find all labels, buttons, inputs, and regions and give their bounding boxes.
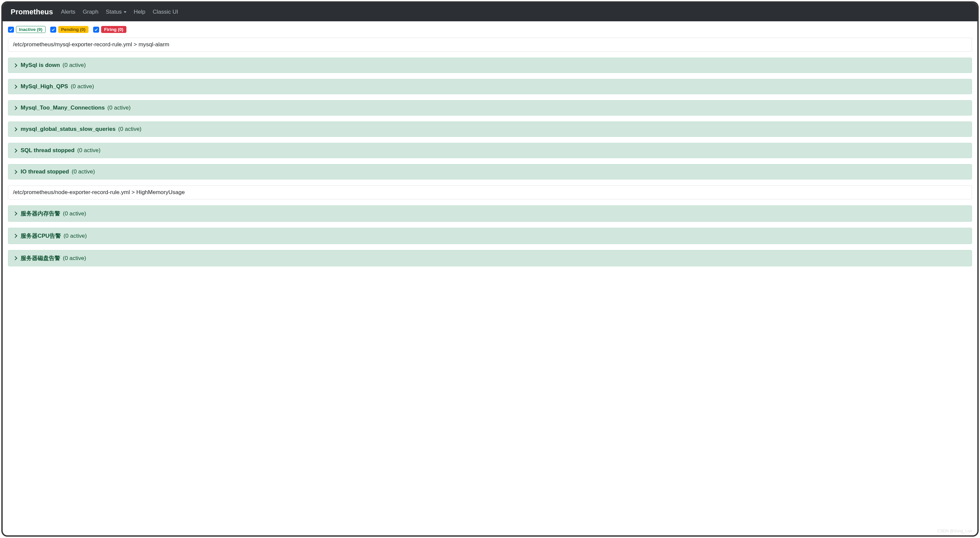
checkbox-pending[interactable] xyxy=(50,27,56,33)
rule-item[interactable]: MySql is down (0 active) xyxy=(8,57,972,73)
app-window: Prometheus Alerts Graph Status Help Clas… xyxy=(1,1,979,537)
rule-active-count: (0 active) xyxy=(118,126,142,133)
nav-classic-ui[interactable]: Classic UI xyxy=(153,9,178,15)
nav-status[interactable]: Status xyxy=(106,9,126,15)
rule-name: 服务器内存告警 xyxy=(21,210,60,217)
rule-group-header[interactable]: /etc/prometheus/mysql-exporter-record-ru… xyxy=(8,38,972,52)
rule-active-count: (0 active) xyxy=(62,62,86,69)
rule-item[interactable]: 服务器CPU告警 (0 active) xyxy=(8,228,972,244)
rule-group-header[interactable]: /etc/prometheus/node-exporter-record-rul… xyxy=(8,185,972,200)
rule-active-count: (0 active) xyxy=(64,233,87,239)
chevron-right-icon xyxy=(13,85,17,89)
check-icon xyxy=(94,28,98,32)
rule-active-count: (0 active) xyxy=(63,211,86,217)
rule-name: Mysql_Too_Many_Connections xyxy=(21,105,105,111)
rule-item[interactable]: MySql_High_QPS (0 active) xyxy=(8,79,972,94)
rule-item[interactable]: IO thread stopped (0 active) xyxy=(8,164,972,179)
rule-name: mysql_global_status_slow_queries xyxy=(21,126,115,133)
rule-name: 服务器磁盘告警 xyxy=(21,254,60,262)
check-icon xyxy=(51,28,55,32)
nav-status-label: Status xyxy=(106,9,122,15)
badge-inactive[interactable]: Inactive (9) xyxy=(16,26,46,33)
nav-alerts[interactable]: Alerts xyxy=(61,9,75,15)
filter-inactive: Inactive (9) xyxy=(8,26,46,33)
filter-pending: Pending (0) xyxy=(50,26,89,33)
rule-active-count: (0 active) xyxy=(72,168,95,175)
filter-firing: Firing (0) xyxy=(93,26,126,33)
rule-active-count: (0 active) xyxy=(71,83,94,90)
badge-pending[interactable]: Pending (0) xyxy=(58,26,89,33)
chevron-right-icon xyxy=(13,106,17,110)
rule-active-count: (0 active) xyxy=(63,255,86,262)
rule-name: 服务器CPU告警 xyxy=(21,232,61,240)
chevron-right-icon xyxy=(13,211,17,216)
rule-name: MySql_High_QPS xyxy=(21,83,68,90)
badge-firing[interactable]: Firing (0) xyxy=(101,26,126,33)
rule-item[interactable]: Mysql_Too_Many_Connections (0 active) xyxy=(8,100,972,115)
chevron-right-icon xyxy=(13,234,17,238)
rule-active-count: (0 active) xyxy=(77,147,100,154)
chevron-right-icon xyxy=(13,148,17,153)
brand[interactable]: Prometheus xyxy=(11,8,53,16)
content: Inactive (9) Pending (0) Firing (0) /etc… xyxy=(3,21,977,271)
chevron-right-icon xyxy=(13,127,17,131)
rule-active-count: (0 active) xyxy=(107,105,131,111)
nav-help[interactable]: Help xyxy=(134,9,145,15)
chevron-right-icon xyxy=(13,63,17,67)
rule-name: SQL thread stopped xyxy=(21,147,75,154)
filter-bar: Inactive (9) Pending (0) Firing (0) xyxy=(8,26,972,33)
checkbox-inactive[interactable] xyxy=(8,27,14,33)
rule-name: IO thread stopped xyxy=(21,168,69,175)
rule-item[interactable]: 服务器磁盘告警 (0 active) xyxy=(8,250,972,267)
chevron-right-icon xyxy=(13,256,17,260)
rule-name: MySql is down xyxy=(21,62,60,69)
rule-item[interactable]: mysql_global_status_slow_queries (0 acti… xyxy=(8,121,972,137)
nav-graph[interactable]: Graph xyxy=(83,9,99,15)
rule-item[interactable]: 服务器内存告警 (0 active) xyxy=(8,205,972,222)
chevron-right-icon xyxy=(13,170,17,174)
nav-links: Alerts Graph Status Help Classic UI xyxy=(61,9,178,15)
rule-item[interactable]: SQL thread stopped (0 active) xyxy=(8,143,972,158)
caret-down-icon xyxy=(124,11,126,13)
check-icon xyxy=(9,28,13,32)
checkbox-firing[interactable] xyxy=(93,27,99,33)
navbar: Prometheus Alerts Graph Status Help Clas… xyxy=(3,3,977,21)
